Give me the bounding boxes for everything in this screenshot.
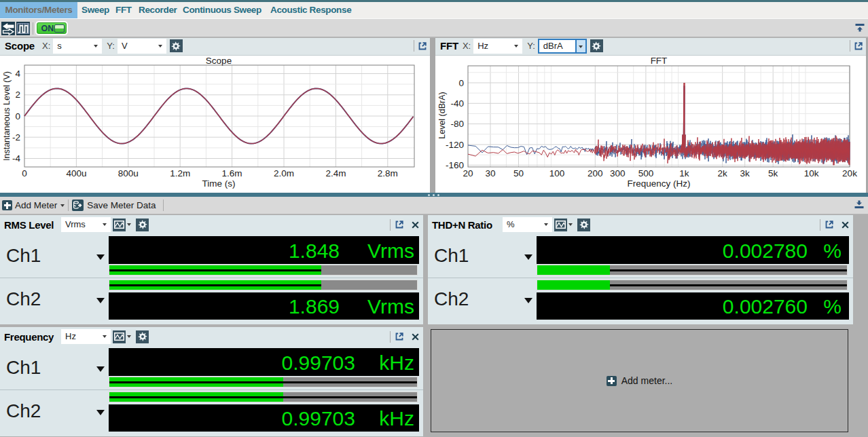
svg-text:2k: 2k: [718, 168, 728, 178]
svg-text:-80: -80: [450, 119, 464, 129]
svg-text:4: 4: [15, 69, 20, 79]
svg-text:2.0m: 2.0m: [274, 168, 294, 178]
svg-text:-4: -4: [12, 153, 20, 164]
svg-text:-120: -120: [446, 140, 464, 150]
svg-text:-160: -160: [446, 160, 464, 170]
svg-text:30: 30: [485, 168, 495, 178]
svg-text:1.2m: 1.2m: [170, 168, 190, 178]
svg-text:0: 0: [15, 111, 20, 121]
svg-text:FFT: FFT: [651, 56, 668, 66]
svg-text:200: 200: [587, 168, 603, 178]
svg-text:Scope: Scope: [206, 56, 232, 66]
svg-text:10k: 10k: [804, 168, 819, 178]
svg-text:100: 100: [549, 168, 565, 178]
svg-text:Level (dBrA): Level (dBrA): [437, 92, 447, 138]
svg-text:0: 0: [22, 168, 27, 178]
svg-text:20k: 20k: [842, 168, 857, 178]
svg-text:-2: -2: [12, 132, 20, 142]
svg-text:2: 2: [15, 90, 20, 100]
svg-text:300: 300: [610, 168, 626, 178]
svg-text:1k: 1k: [679, 168, 689, 178]
svg-text:800u: 800u: [118, 168, 139, 178]
svg-text:Time (s): Time (s): [202, 178, 236, 189]
svg-text:400u: 400u: [66, 168, 86, 178]
svg-text:500: 500: [638, 168, 654, 178]
svg-text:1.6m: 1.6m: [222, 168, 242, 178]
svg-text:2.8m: 2.8m: [378, 168, 398, 178]
svg-text:2.4m: 2.4m: [325, 168, 346, 178]
svg-text:20: 20: [463, 168, 473, 178]
svg-text:Instantaneous Level (V): Instantaneous Level (V): [2, 71, 12, 161]
svg-text:3k: 3k: [740, 168, 751, 178]
svg-text:Frequency (Hz): Frequency (Hz): [627, 178, 690, 189]
svg-text:50: 50: [513, 168, 524, 178]
svg-text:0: 0: [458, 78, 464, 88]
svg-text:5k: 5k: [768, 168, 778, 178]
svg-text:-40: -40: [450, 98, 464, 109]
